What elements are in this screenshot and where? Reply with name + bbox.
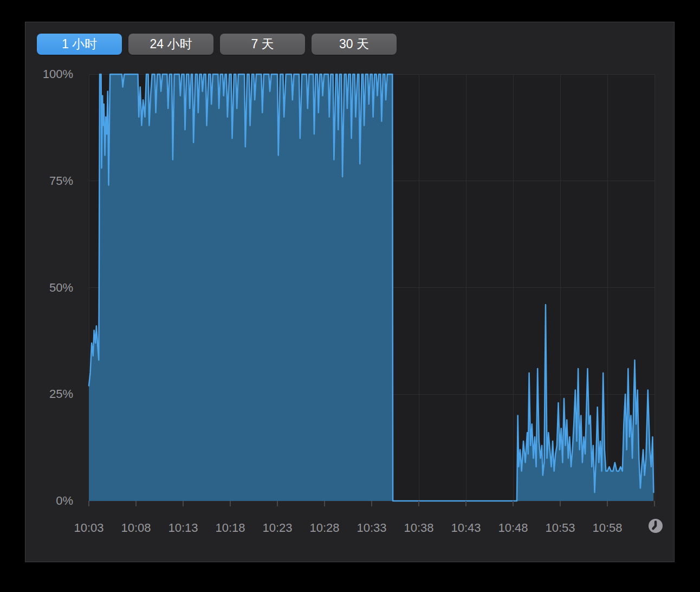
x-axis-label-10-53: 10:53: [536, 520, 585, 536]
y-axis-label-50: 50%: [25, 280, 73, 296]
x-axis-label-10-03: 10:03: [64, 520, 113, 536]
clock-icon[interactable]: [648, 518, 663, 533]
usage-chart-panel: 1 小时24 小时7 天30 天 0%25%50%75%100% 10:0310…: [25, 22, 675, 562]
x-axis-label-10-18: 10:18: [206, 520, 255, 536]
x-axis-label-10-08: 10:08: [112, 520, 160, 536]
x-axis-label-10-43: 10:43: [442, 520, 490, 536]
app-window: 1 小时24 小时7 天30 天 0%25%50%75%100% 10:0310…: [0, 0, 700, 592]
x-axis-label-10-48: 10:48: [489, 520, 537, 536]
time-range-selector: 1 小时24 小时7 天30 天: [37, 34, 397, 55]
plot-area: [89, 74, 654, 501]
time-range-button-30d[interactable]: 30 天: [312, 34, 397, 55]
y-axis-label-75: 75%: [25, 173, 73, 189]
x-axis-label-10-38: 10:38: [394, 520, 443, 536]
x-tick-mark: [183, 501, 184, 506]
x-tick-mark: [324, 501, 325, 506]
x-axis-label-10-13: 10:13: [159, 520, 208, 536]
x-tick-mark: [560, 501, 561, 506]
x-axis-label-10-33: 10:33: [347, 520, 396, 536]
x-tick-mark: [418, 501, 419, 506]
y-axis-label-25: 25%: [25, 386, 73, 402]
x-tick-mark: [230, 501, 231, 506]
time-range-button-1h[interactable]: 1 小时: [37, 34, 122, 55]
x-tick-mark: [465, 501, 466, 506]
x-tick-mark: [607, 501, 608, 506]
x-tick-mark: [135, 501, 137, 506]
x-axis-label-10-58: 10:58: [583, 520, 632, 536]
x-axis-label-10-23: 10:23: [253, 520, 302, 536]
x-tick-mark: [513, 501, 514, 506]
time-range-button-7d[interactable]: 7 天: [220, 34, 305, 55]
x-axis-label-10-28: 10:28: [300, 520, 349, 536]
y-axis-label-100: 100%: [25, 66, 73, 82]
x-tick-mark: [277, 501, 278, 506]
y-axis-label-0: 0%: [25, 493, 73, 509]
usage-area-chart: [89, 74, 654, 501]
x-tick-mark: [654, 501, 655, 506]
x-tick-mark: [371, 501, 372, 506]
time-range-button-24h[interactable]: 24 小时: [128, 34, 213, 55]
x-tick-mark: [88, 501, 89, 506]
